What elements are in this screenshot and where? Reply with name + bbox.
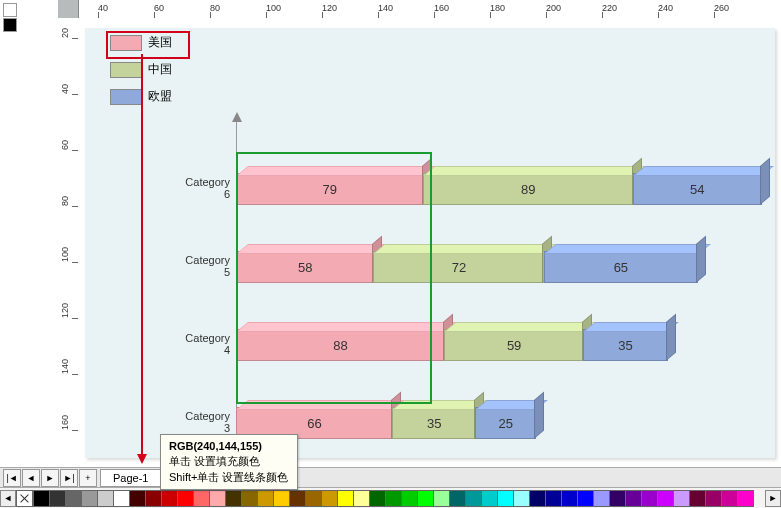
palette-scroll-left[interactable]: ◄ [0,490,16,507]
legend-item-1[interactable]: 中国 [110,61,172,78]
bar-segment[interactable]: 35 [583,329,667,361]
palette-color[interactable] [145,490,162,507]
palette-color[interactable] [689,490,706,507]
canvas[interactable]: 美国 中国 欧盟 Category 6798954Category 558726… [78,18,781,468]
page-navigation-bar: |◄ ◄ ► ►| + Page-1 [0,467,781,488]
ruler-h-label: 80 [210,3,220,13]
ruler-vertical[interactable]: 20406080100120140160 [58,18,79,468]
chart-legend: 美国 中国 欧盟 [110,34,172,115]
bar-segment[interactable]: 88 [236,329,445,361]
palette-color[interactable] [609,490,626,507]
color-tooltip: RGB(240,144,155) 单击 设置填充颜色 Shift+单击 设置线条… [160,434,298,490]
palette-color[interactable] [705,490,722,507]
left-toolbar [0,0,58,508]
ruler-h-label: 160 [434,3,449,13]
category-label: Category 5 [178,254,236,278]
tooltip-line1: 单击 设置填充颜色 [169,455,260,467]
palette-color[interactable] [497,490,514,507]
palette-color[interactable] [369,490,386,507]
palette-color[interactable] [721,490,738,507]
chart-row: Category 4885935 [178,319,768,369]
chart-row: Category 6798954 [178,163,768,213]
palette-color[interactable] [129,490,146,507]
swatch-foreground[interactable] [3,3,17,17]
palette-color[interactable] [465,490,482,507]
palette-color[interactable] [241,490,258,507]
palette-color[interactable] [401,490,418,507]
palette-color[interactable] [737,490,754,507]
legend-label: 欧盟 [148,88,172,105]
tooltip-title: RGB(240,144,155) [169,440,262,452]
bar-segment[interactable]: 72 [373,251,544,283]
palette-color[interactable] [97,490,114,507]
bar-segment[interactable]: 65 [544,251,699,283]
bar-group: 663525 [236,401,768,443]
ruler-v-label: 140 [60,359,70,374]
nav-prev-button[interactable]: ◄ [22,469,40,487]
ruler-h-label: 240 [658,3,673,13]
palette-color[interactable] [385,490,402,507]
palette-color[interactable] [657,490,674,507]
palette-color[interactable] [561,490,578,507]
nav-last-button[interactable]: ►| [60,469,78,487]
palette-no-color[interactable] [16,490,33,507]
swatch-background[interactable] [3,18,17,32]
palette-color[interactable] [161,490,178,507]
palette-color[interactable] [513,490,530,507]
bar-segment[interactable]: 25 [475,407,536,439]
palette-color[interactable] [641,490,658,507]
chart-area: Category 6798954Category 5587265Category… [178,118,768,448]
palette-color[interactable] [209,490,226,507]
palette-color[interactable] [273,490,290,507]
palette-color[interactable] [33,490,50,507]
bar-segment[interactable]: 54 [633,173,762,205]
palette-color[interactable] [545,490,562,507]
bar-segment[interactable]: 59 [444,329,585,361]
legend-item-0[interactable]: 美国 [110,34,172,51]
category-label: Category 4 [178,332,236,356]
legend-item-2[interactable]: 欧盟 [110,88,172,105]
palette-color[interactable] [529,490,546,507]
bar-group: 587265 [236,245,768,287]
ruler-h-label: 60 [154,3,164,13]
palette-color[interactable] [81,490,98,507]
palette-color[interactable] [593,490,610,507]
palette-color[interactable] [353,490,370,507]
palette-color[interactable] [417,490,434,507]
bar-segment[interactable]: 79 [236,173,424,205]
palette-color[interactable] [49,490,66,507]
palette-color[interactable] [321,490,338,507]
palette-color[interactable] [177,490,194,507]
palette-color[interactable] [577,490,594,507]
ruler-horizontal[interactable]: 406080100120140160180200220240260 [58,0,781,19]
legend-label: 中国 [148,61,172,78]
palette-color[interactable] [433,490,450,507]
nav-first-button[interactable]: |◄ [3,469,21,487]
palette-color[interactable] [449,490,466,507]
ruler-v-label: 100 [60,247,70,262]
ruler-v-label: 60 [60,140,70,150]
bar-group: 798954 [236,167,768,209]
palette-color[interactable] [337,490,354,507]
bar-segment[interactable]: 89 [423,173,634,205]
palette-color[interactable] [257,490,274,507]
ruler-h-label: 180 [490,3,505,13]
palette-color[interactable] [289,490,306,507]
palette-color[interactable] [193,490,210,507]
bar-segment[interactable]: 35 [392,407,476,439]
nav-next-button[interactable]: ► [41,469,59,487]
palette-color[interactable] [225,490,242,507]
palette-color[interactable] [65,490,82,507]
palette-scroll-right[interactable]: ► [765,490,781,507]
bar-segment[interactable]: 58 [236,251,374,283]
ruler-h-label: 140 [378,3,393,13]
palette-color[interactable] [113,490,130,507]
page-tab[interactable]: Page-1 [100,469,161,487]
palette-color[interactable] [305,490,322,507]
palette-color[interactable] [673,490,690,507]
ruler-h-label: 100 [266,3,281,13]
ruler-v-label: 120 [60,303,70,318]
nav-add-page-button[interactable]: + [79,469,97,487]
palette-color[interactable] [481,490,498,507]
palette-color[interactable] [625,490,642,507]
